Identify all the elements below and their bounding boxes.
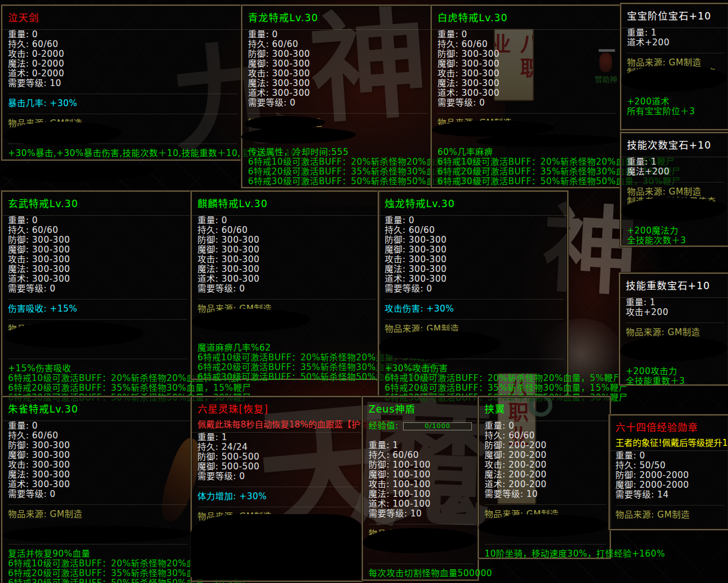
stat-row: 魔法+200 [627, 167, 728, 177]
item-title: 麒麟特戒Lv.30 [198, 196, 379, 210]
item-subtitle: 王者的象征!佩戴后等级提升1000! [615, 436, 728, 448]
exp-value: 0/1000 [404, 423, 471, 430]
item-title: 六星灵珠[恢复] [198, 401, 362, 415]
stat-row: 魔法: 300-300 [198, 265, 379, 274]
buff-row: 6特戒10级可激活BUFF：20%斩杀怪物20%血量，5%鞭尸 [248, 157, 431, 167]
stat-row: 防御: 300-300 [385, 235, 567, 245]
exp-row: 经验值:0/1000 [369, 421, 478, 431]
tooltip-exp-medal: 六十四倍经验勋章王者的象征!佩戴后等级提升1000!重量: 0持久: 50/50… [609, 414, 728, 530]
item-title: 朱雀特戒Lv.30 [8, 401, 191, 415]
stat-row: 持久: 60/60 [369, 450, 478, 460]
stat-row: 重量: 1 [626, 298, 728, 308]
effect-row: +15%伤害吸收 [8, 364, 191, 374]
buff-row: 6特戒20级可激活BUFF：35%斩杀怪物30%血量，15%鞭尸 [385, 383, 567, 393]
item-title: 泣天剑 [8, 10, 241, 24]
stat-row: 魔法: 300-300 [8, 470, 191, 480]
special-stat-row: 体力增加: +30% [198, 492, 362, 502]
source-row: 物品来源: GM制造 [627, 187, 728, 197]
buff-row: 6特戒10级可激活BUFF：20%斩杀怪物20%血量，5%鞭尸 [8, 559, 191, 569]
effect-row: 复活并恢复90%血量 [8, 549, 191, 559]
stat-row: 需要等级: 0 [8, 284, 191, 294]
stat-row: 重量: 0 [385, 216, 567, 226]
buff-row: 6特戒10级可激活BUFF：20%斩杀怪物20%血量，5%鞭尸 [437, 157, 620, 167]
stat-row: 攻击: 0-2000 [8, 49, 241, 59]
stat-row: 魔御: 2000-2000 [615, 480, 728, 490]
stat-row: 重量: 1 [198, 433, 362, 442]
stat-row: 重量: 1 [627, 157, 728, 167]
stat-row: 重量: 1 [369, 441, 478, 450]
stat-row: 需要等级: 10 [369, 509, 478, 519]
stat-row: 道术+200 [627, 38, 728, 48]
stat-row: 需要等级: 0 [437, 98, 620, 108]
stat-row: 道术: 300-300 [8, 274, 191, 284]
item-title: Zeus神盾 [369, 401, 478, 415]
buff-row: 6特戒20级可激活BUFF：35%斩杀怪物30%血量，15%鞭尸 [248, 167, 431, 177]
stat-row: 需要等级: 14 [615, 490, 728, 500]
stat-row: 重量: 0 [8, 216, 191, 226]
item-title: 六十四倍经验勋章 [615, 419, 728, 434]
effect-row: +30%暴击,+30%暴击伤害,技能次数＋10,技能重数＋10,宝宝阶位＋10 [8, 149, 241, 158]
effect-row: 所有宝宝阶位＋3 [627, 107, 728, 116]
stat-row: 魔法: 300-300 [248, 79, 431, 88]
tooltip-baihu-ring: 白虎特戒Lv.30重量: 0持久: 60/60防御: 300-300魔御: 30… [431, 5, 621, 188]
item-title: 烛龙特戒Lv.30 [385, 196, 567, 210]
effect-row: +200魔法力 [627, 226, 728, 236]
stat-row: 魔法: 200-200 [485, 470, 610, 480]
stat-row: 需要等级: 10 [8, 79, 241, 88]
stat-row: 防御: 2000-2000 [615, 471, 728, 480]
buff-row: 6特戒20级可激活BUFF：35%斩杀怪物30%血量，15%鞭尸 [8, 569, 191, 578]
stat-row: 魔御: 300-300 [385, 245, 567, 255]
stat-row: 持久: 50/50 [615, 461, 728, 471]
stat-row: 魔御: 300-300 [437, 59, 620, 69]
stat-row: 持久: 60/60 [8, 431, 191, 441]
effect-row: 传送属性，冷却时间:555 [248, 147, 431, 157]
stat-row: 道术: 0-2000 [8, 69, 241, 79]
stat-row: 攻击: 300-300 [8, 460, 191, 470]
tooltip-skill-weight-gem: 技能重数宝石+10重量: 1攻击+200物品来源: GM制造+200攻击力全技能… [619, 273, 728, 386]
effect-row: 全技能重数＋3 [626, 376, 728, 386]
stat-row: 重量: 0 [248, 30, 431, 40]
stat-row: 魔法: 100-100 [369, 489, 478, 499]
stat-row: 需要等级: 0 [198, 284, 379, 294]
stat-row: 重量: 0 [8, 421, 191, 431]
special-stat-row: 攻击伤害: +30% [385, 304, 567, 314]
stat-row: 魔法: 0-2000 [8, 59, 241, 69]
stat-row: 重量: 1 [627, 28, 728, 38]
stat-row: 魔御: 300-300 [248, 59, 431, 69]
source-row: 物品来源: GM制造 [8, 510, 191, 519]
effect-row: 每次攻击切割怪物血量500000 [369, 569, 478, 578]
spacer [369, 431, 478, 441]
effect-row: 10阶坐骑，移动速度30%，打怪经验+160% [485, 549, 610, 559]
stat-row: 道术: 300-300 [198, 274, 379, 284]
stat-row: 道术: 100-100 [369, 499, 478, 509]
stat-row: 道术: 300-300 [437, 88, 620, 98]
stat-row: 魔御: 300-300 [8, 245, 191, 255]
exp-label: 经验值: [369, 421, 398, 431]
tooltip-xuanwu-ring: 玄武特戒Lv.30重量: 0持久: 60/60防御: 300-300魔御: 30… [1, 191, 192, 397]
stat-row: 攻击: 300-300 [198, 255, 379, 265]
tooltip-qilin-ring: 麒麟特戒Lv.30重量: 0持久: 60/60防御: 300-300魔御: 30… [191, 191, 380, 380]
tooltip-zhuque-ring: 朱雀特戒Lv.30重量: 0持久: 60/60防御: 300-300魔御: 30… [1, 396, 192, 583]
tooltip-skill-count-gem: 技能次数宝石+10重量: 1魔法+200物品来源: GM制造制造者：千城暗黑传奇… [620, 132, 728, 247]
stat-row: 魔法: 300-300 [437, 79, 620, 88]
stat-row: 魔法: 300-300 [8, 265, 191, 274]
stat-row: 防御: 300-300 [248, 49, 431, 59]
buff-row: 6特戒10级可激活BUFF：20%斩杀怪物20%血量，5%鞭尸 [385, 374, 567, 383]
stat-row: 重量: 0 [8, 30, 241, 40]
stat-row: 道术: 200-200 [485, 480, 610, 489]
stat-row: 防御: 300-300 [8, 235, 191, 245]
stat-row: 攻击: 300-300 [437, 69, 620, 79]
stat-row: 防御: 100-100 [369, 460, 478, 470]
stat-row: 魔御: 100-100 [369, 470, 478, 480]
stat-row: 道术: 300-300 [8, 480, 191, 489]
stat-row: 需要等级: 0 [385, 284, 567, 294]
stat-row: 防御: 300-300 [437, 49, 620, 59]
stat-row: 防御: 300-300 [8, 441, 191, 450]
stat-row: 防御: 500-500 [198, 452, 362, 462]
buff-row: 6特戒30级可激活BUFF：50%斩杀怪物50%血量，30%鞭尸 [198, 372, 379, 382]
effect-row: 全技能次数＋3 [627, 236, 728, 246]
stat-row: 重量: 0 [485, 421, 610, 431]
stat-row: 道术: 300-300 [248, 88, 431, 98]
buff-row: 6特戒20级可激活BUFF：35%斩杀怪物30%血量，15%鞭尸 [437, 167, 620, 177]
stat-row: 攻击: 300-300 [385, 255, 567, 265]
